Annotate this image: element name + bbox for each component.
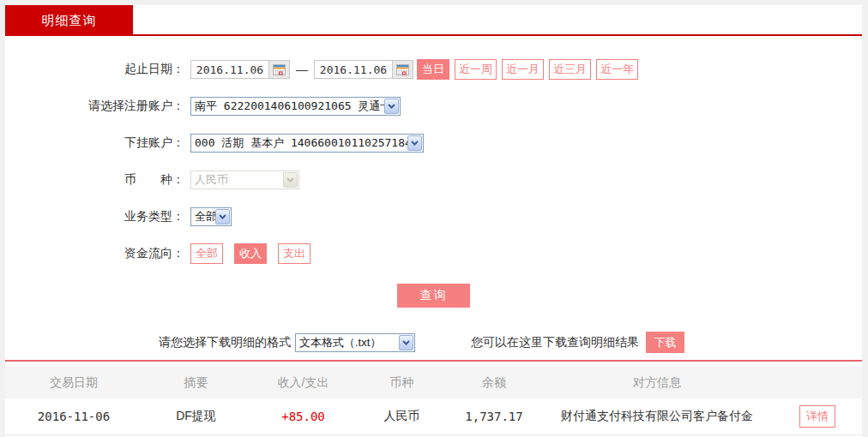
- chevron-down-icon[interactable]: [399, 335, 413, 350]
- chevron-down-icon[interactable]: [384, 99, 399, 114]
- sub-account-row: 下挂账户： 000 活期 基本户 1406600101102571848: [5, 133, 862, 153]
- register-account-row: 请选择注册账户： 南平 6222001406100921065 灵通卡: [5, 96, 862, 117]
- business-type-select[interactable]: 全部: [190, 207, 232, 226]
- chevron-down-icon[interactable]: [215, 209, 230, 224]
- fund-flow-buttons: 全部 收入 支出: [190, 243, 322, 264]
- download-format-select[interactable]: 文本格式（.txt）: [295, 333, 415, 352]
- query-button[interactable]: 查询: [397, 284, 470, 308]
- fund-flow-label: 资金流向：: [5, 246, 184, 261]
- content-panel: 明细查询 起止日期： 2016.11.06: [5, 5, 862, 437]
- fund-flow-all-button[interactable]: 全部: [190, 243, 223, 264]
- fund-flow-expense-button[interactable]: 支出: [278, 243, 310, 264]
- sub-account-select[interactable]: 000 活期 基本户 1406600101102571848: [190, 134, 424, 153]
- cell-counterparty: 财付通支付科技有限公司客户备付金: [541, 409, 773, 424]
- business-type-value: 全部: [191, 209, 215, 224]
- start-date-calendar-button[interactable]: [268, 61, 289, 78]
- table-row: 2016-11-06 DF提现 +85.00 人民币 1,737.17 财付通支…: [5, 398, 862, 435]
- cell-summary: DF提现: [142, 409, 250, 424]
- tab-bar: 明细查询: [5, 5, 862, 36]
- quick-range-buttons: 当日 近一周 近一月 近三月 近一年: [417, 59, 643, 80]
- register-account-select[interactable]: 南平 6222001406100921065 灵通卡: [190, 97, 401, 116]
- cell-amount: +85.00: [250, 410, 357, 423]
- calendar-icon: [396, 64, 409, 75]
- download-format-label: 请您选择下载明细的格式: [159, 335, 291, 350]
- start-date-value[interactable]: 2016.11.06: [191, 63, 268, 76]
- download-hint-text: 您可以在这里下载查询明细结果: [471, 335, 639, 350]
- date-range-row: 起止日期： 2016.11.06 —: [5, 59, 862, 80]
- calendar-icon: [273, 64, 286, 75]
- date-range-separator: —: [296, 63, 308, 76]
- query-form: 起止日期： 2016.11.06 —: [5, 36, 862, 353]
- register-account-value: 南平 6222001406100921065 灵通卡: [191, 99, 384, 114]
- date-range-label: 起止日期：: [5, 62, 184, 77]
- query-button-row: 查询: [5, 284, 862, 308]
- quick-range-year-button[interactable]: 近一年: [596, 59, 638, 80]
- download-button[interactable]: 下载: [646, 332, 684, 353]
- download-row: 请您选择下载明细的格式 文本格式（.txt） 您可以在这里下载查询明细结果 下载: [5, 332, 862, 353]
- quick-range-week-button[interactable]: 近一周: [455, 59, 497, 80]
- header-currency: 币种: [357, 375, 447, 391]
- end-date-calendar-button[interactable]: [392, 61, 413, 78]
- quick-range-month-button[interactable]: 近一月: [502, 59, 544, 80]
- table-top-divider: [5, 360, 862, 362]
- register-account-label: 请选择注册账户：: [5, 99, 184, 114]
- start-date-input[interactable]: 2016.11.06: [190, 60, 290, 79]
- chevron-down-icon[interactable]: [407, 135, 422, 151]
- business-type-row: 业务类型： 全部: [5, 207, 862, 227]
- sub-account-value: 000 活期 基本户 1406600101102571848: [191, 135, 407, 151]
- end-date-input[interactable]: 2016.11.06: [314, 60, 413, 79]
- currency-row: 币 种： 人民币: [5, 170, 862, 190]
- business-type-label: 业务类型：: [5, 209, 184, 224]
- header-date: 交易日期: [5, 375, 142, 391]
- header-counterparty: 对方信息: [541, 375, 773, 391]
- cell-balance: 1,737.17: [447, 410, 541, 423]
- quick-range-today-button[interactable]: 当日: [417, 59, 449, 80]
- currency-value: 人民币: [191, 172, 283, 188]
- fund-flow-income-button[interactable]: 收入: [234, 243, 267, 264]
- currency-select: 人民币: [190, 171, 299, 189]
- end-date-value[interactable]: 2016.11.06: [315, 63, 392, 76]
- detail-button[interactable]: 详情: [799, 405, 835, 428]
- cell-currency: 人民币: [357, 409, 447, 424]
- chevron-down-icon: [283, 172, 298, 188]
- cell-date: 2016-11-06: [5, 410, 142, 423]
- tab-detail-query[interactable]: 明细查询: [5, 5, 133, 36]
- sub-account-label: 下挂账户：: [5, 135, 184, 151]
- currency-label: 币 种：: [5, 172, 184, 188]
- fund-flow-row: 资金流向： 全部 收入 支出: [5, 243, 862, 264]
- header-summary: 摘要: [142, 375, 250, 391]
- download-format-value: 文本格式（.txt）: [296, 335, 399, 350]
- header-balance: 余额: [447, 375, 541, 391]
- quick-range-quarter-button[interactable]: 近三月: [549, 59, 591, 80]
- header-amount: 收入/支出: [250, 375, 357, 391]
- table-header-row: 交易日期 摘要 收入/支出 币种 余额 对方信息: [5, 367, 862, 398]
